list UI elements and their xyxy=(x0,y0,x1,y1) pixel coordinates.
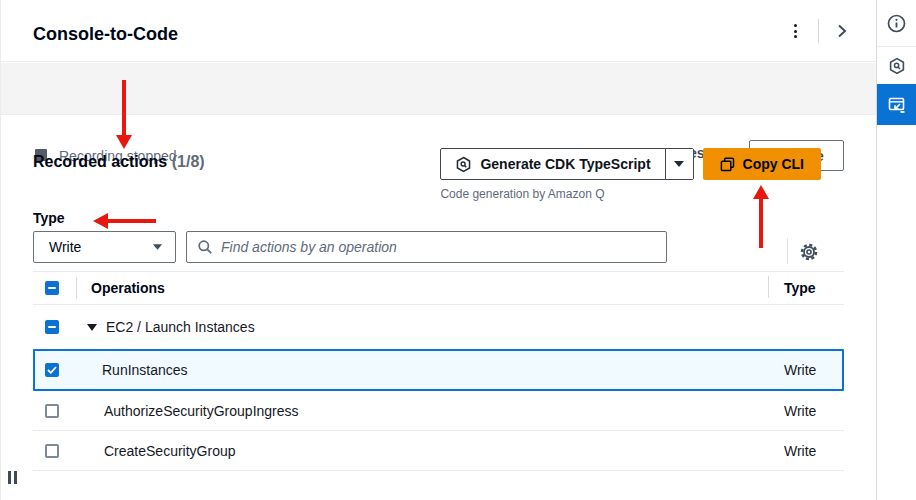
row-checkbox-unchecked[interactable] xyxy=(45,444,59,458)
operation-name: CreateSecurityGroup xyxy=(104,443,236,459)
sidebar-item-console-to-code-active[interactable] xyxy=(877,84,916,125)
operation-name: AuthorizeSecurityGroupIngress xyxy=(104,403,299,419)
console-to-code-panel: Console-to-Code Recording stopped Reset … xyxy=(0,0,916,500)
operation-type: Write xyxy=(784,443,844,459)
indeterminate-mark-icon xyxy=(48,326,56,328)
header-divider xyxy=(818,19,819,43)
table-row-createsecuritygroup[interactable]: CreateSecurityGroup Write xyxy=(33,431,844,471)
column-divider xyxy=(76,277,77,299)
collapse-group-caret[interactable] xyxy=(87,324,97,331)
copy-cli-button[interactable]: Copy CLI xyxy=(703,148,821,180)
main-panel: Console-to-Code Recording stopped Reset … xyxy=(0,0,876,500)
indeterminate-mark-icon xyxy=(48,287,56,289)
check-icon xyxy=(47,366,57,374)
sidebar-item-info[interactable] xyxy=(877,0,916,47)
search-field xyxy=(186,231,667,263)
type-filter-select[interactable]: Write xyxy=(33,231,176,263)
search-input[interactable] xyxy=(221,239,656,255)
console-to-code-icon xyxy=(887,95,907,115)
generate-button-group: Generate CDK TypeScript Code generation … xyxy=(440,148,693,201)
info-icon xyxy=(887,14,906,33)
caret-down-icon xyxy=(673,160,685,168)
sidebar-item-amazon-q[interactable] xyxy=(877,47,916,84)
recording-status-bar: Recording stopped Reset Resume xyxy=(1,63,877,115)
pause-icon xyxy=(8,471,17,484)
select-all-checkbox[interactable] xyxy=(45,281,59,295)
panel-header-actions xyxy=(782,18,855,44)
operations-column-header: Operations xyxy=(91,280,165,296)
generate-split-button: Generate CDK TypeScript xyxy=(440,148,693,180)
table-header-row: Operations Type xyxy=(33,271,844,305)
chevron-right-icon xyxy=(834,23,850,39)
caret-down-icon xyxy=(152,243,163,251)
table-preferences-button[interactable] xyxy=(798,241,820,263)
collapse-panel-button[interactable] xyxy=(829,18,855,44)
copy-icon xyxy=(720,157,735,172)
tools-sidebar xyxy=(876,0,916,500)
type-filter-label: Type xyxy=(33,210,65,226)
kebab-menu-button[interactable] xyxy=(782,18,808,44)
kebab-icon xyxy=(794,24,797,38)
gear-icon xyxy=(800,243,818,261)
generate-options-caret[interactable] xyxy=(665,149,693,179)
generate-cdk-label: Generate CDK TypeScript xyxy=(480,156,650,172)
amazon-q-icon xyxy=(888,57,906,75)
operation-type: Write xyxy=(784,362,842,378)
group-row-ec2-launch-instances[interactable]: EC2 / Launch Instances xyxy=(33,305,844,349)
toolbar-divider xyxy=(787,238,788,264)
copy-cli-label: Copy CLI xyxy=(743,156,804,172)
row-checkbox-checked[interactable] xyxy=(45,363,59,377)
code-generation-caption: Code generation by Amazon Q xyxy=(440,187,693,201)
operation-name: RunInstances xyxy=(102,362,188,378)
table-row-runinstances[interactable]: RunInstances Write xyxy=(33,349,844,391)
caret-down-filled-icon xyxy=(87,324,97,331)
amazon-q-icon xyxy=(455,156,472,173)
group-label: EC2 / Launch Instances xyxy=(106,319,255,335)
type-filter-value: Write xyxy=(49,239,81,255)
generate-cdk-button[interactable]: Generate CDK TypeScript xyxy=(441,149,664,179)
recorded-actions-heading: Recorded actions (1/8) xyxy=(33,153,205,171)
operation-type: Write xyxy=(784,403,844,419)
recorded-actions-title: Recorded actions xyxy=(33,153,167,170)
page-title: Console-to-Code xyxy=(33,24,178,45)
search-icon xyxy=(197,239,213,255)
panel-header: Console-to-Code xyxy=(1,0,877,62)
selected-counter: (1/8) xyxy=(172,153,205,170)
actions-buttons: Generate CDK TypeScript Code generation … xyxy=(440,148,821,201)
table-row-authorizesecuritygroupingress[interactable]: AuthorizeSecurityGroupIngress Write xyxy=(33,391,844,431)
recorded-actions-table: Operations Type EC2 / Launch Instances R… xyxy=(33,271,844,471)
type-column-header: Type xyxy=(784,280,844,296)
group-checkbox[interactable] xyxy=(45,320,59,334)
row-checkbox-unchecked[interactable] xyxy=(45,404,59,418)
